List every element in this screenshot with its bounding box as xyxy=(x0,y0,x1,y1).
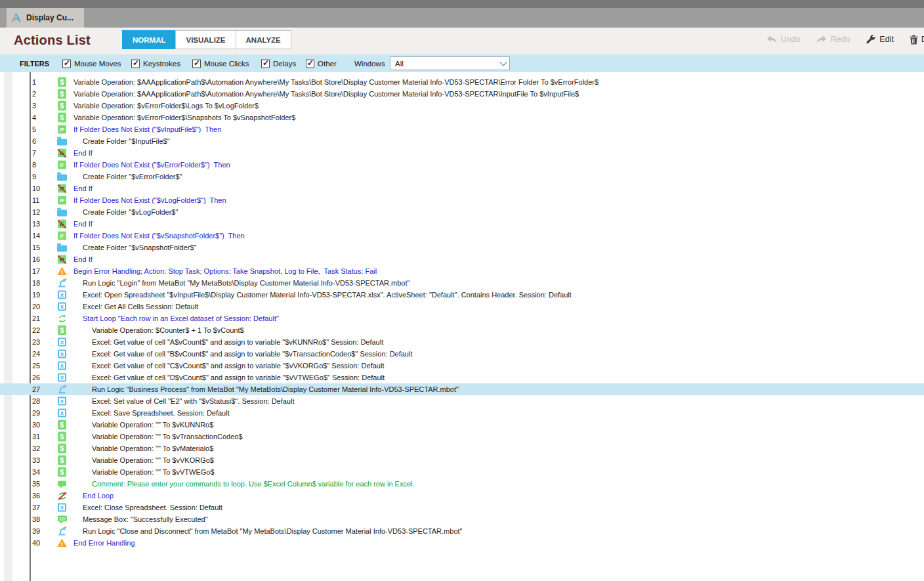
filter-other[interactable]: Other xyxy=(306,59,337,68)
action-row[interactable]: 8IFIf Folder Does Not Exist ("$vErrorFol… xyxy=(0,159,924,171)
action-row[interactable]: 24XExcel: Get value of cell "B$vCount$" … xyxy=(0,348,924,360)
action-row[interactable]: 33$Variable Operation: "" To $vVKORGo$ xyxy=(0,454,924,466)
action-text: Excel: Get value of cell "A$vCount$" and… xyxy=(92,338,383,346)
action-row[interactable]: 1$Variable Operation: $AAApplicationPath… xyxy=(0,76,924,88)
action-row[interactable]: 12Create Folder "$vLogFolder$" xyxy=(0,206,924,218)
row-number: 7 xyxy=(32,149,36,157)
window-tab-display-customer[interactable]: Display Cu... xyxy=(7,8,84,28)
action-row[interactable]: 19XExcel: Open Spreadsheet "$vInputFile$… xyxy=(0,289,924,301)
row-number: 27 xyxy=(32,385,40,393)
action-row[interactable]: 29XExcel: Save Spreadsheet. Session: Def… xyxy=(0,407,924,419)
wrench-icon xyxy=(866,34,876,45)
action-row[interactable]: 34$Variable Operation: "" To $vVTWEGo$ xyxy=(0,466,924,478)
action-row[interactable]: 36End Loop xyxy=(0,490,924,502)
action-text: Variable Operation: "" To $vVKORGo$ xyxy=(92,456,214,464)
delays-checkbox[interactable] xyxy=(261,59,270,68)
action-text: End If xyxy=(74,255,93,263)
action-row[interactable]: 11IFIf Folder Does Not Exist ("$vLogFold… xyxy=(0,194,924,206)
windows-filter-dropdown[interactable]: All xyxy=(390,56,510,70)
action-row[interactable]: 27Run Logic "Business Process" from Meta… xyxy=(0,383,924,395)
create-folder-icon xyxy=(56,207,68,218)
action-row[interactable]: 15Create Folder "$vSnapshotFolder$" xyxy=(0,242,924,253)
tab-analyze[interactable]: ANALYZE xyxy=(236,30,291,49)
window-top-strip xyxy=(0,0,924,8)
action-row[interactable]: 22$Variable Operation: $Counter$ + 1 To … xyxy=(0,324,924,336)
row-number: 21 xyxy=(32,314,40,322)
action-row[interactable]: 10IFEnd If xyxy=(0,183,924,194)
action-row[interactable]: 4$Variable Operation: $vErrorFolder$\Sna… xyxy=(0,112,924,123)
row-number: 25 xyxy=(32,362,40,370)
error-handling-icon: ! xyxy=(56,538,68,549)
action-row[interactable]: 28XExcel: Set value of Cell "E2" with "$… xyxy=(0,395,924,407)
action-text: Begin Error Handling; Action: Stop Task;… xyxy=(74,267,377,275)
variable-operation-icon: $ xyxy=(56,89,68,100)
undo-button[interactable]: Undo xyxy=(766,35,801,44)
action-text: Variable Operation: $Counter$ + 1 To $vC… xyxy=(92,326,244,334)
automation-anywhere-logo-icon xyxy=(10,12,22,24)
redo-icon xyxy=(816,35,827,44)
action-text: Run Logic "Close and Disconnect" from Me… xyxy=(83,527,462,535)
row-number: 3 xyxy=(32,102,36,110)
action-row[interactable]: 40!End Error Handling xyxy=(0,537,924,549)
row-number: 2 xyxy=(32,90,36,98)
create-folder-icon xyxy=(56,242,68,253)
action-row[interactable]: 23XExcel: Get value of cell "A$vCount$" … xyxy=(0,336,924,348)
action-row[interactable]: 38Message Box: "Successfully Executed" xyxy=(0,513,924,525)
filter-mouse-clicks[interactable]: Mouse Clicks xyxy=(192,59,249,68)
row-number: 36 xyxy=(32,492,40,500)
mouse-clicks-checkbox[interactable] xyxy=(192,59,201,68)
filter-mouse-moves[interactable]: Mouse Moves xyxy=(62,59,121,68)
row-number: 23 xyxy=(32,338,40,346)
action-row[interactable]: 16IFEnd If xyxy=(0,253,924,265)
action-row[interactable]: 21Start Loop "Each row in an Excel datas… xyxy=(0,312,924,324)
delete-button[interactable]: Delete xyxy=(910,35,924,45)
action-row[interactable]: 6Create Folder "$InputFile$" xyxy=(0,135,924,147)
edit-button[interactable]: Edit xyxy=(866,34,894,45)
action-row[interactable]: 26XExcel: Get value of cell "D$vCount$" … xyxy=(0,372,924,383)
action-row[interactable]: 9Create Folder "$vErrorFolder$" xyxy=(0,171,924,183)
undo-icon xyxy=(766,35,778,44)
action-row[interactable]: 31$Variable Operation: "" To $vTransacti… xyxy=(0,431,924,442)
action-text: Excel: Open Spreadsheet "$vInputFile$\Di… xyxy=(83,291,572,299)
action-text: Create Folder "$vErrorFolder$" xyxy=(83,173,182,181)
action-row[interactable]: 17!Begin Error Handling; Action: Stop Ta… xyxy=(0,265,924,277)
action-row[interactable]: 25XExcel: Get value of cell "C$vCount$" … xyxy=(0,360,924,372)
action-text: Excel: Get value of cell "B$vCount$" and… xyxy=(92,350,412,358)
action-row[interactable]: 32$Variable Operation: "" To $vMaterialo… xyxy=(0,442,924,454)
action-row[interactable]: 2$Variable Operation: $AAApplicationPath… xyxy=(0,88,924,100)
action-row[interactable]: 7IFEnd If xyxy=(0,147,924,159)
row-number: 30 xyxy=(32,421,40,429)
action-text: Variable Operation: $vErrorFolder$\Snaps… xyxy=(74,114,295,121)
trash-icon xyxy=(910,35,918,45)
action-row[interactable]: 14IFIf Folder Does Not Exist ("$vSnapsho… xyxy=(0,230,924,242)
end-loop-icon xyxy=(56,490,68,502)
filter-keystrokes[interactable]: Keystrokes xyxy=(131,59,180,68)
action-row[interactable]: 5IFIf Folder Does Not Exist ("$vInputFil… xyxy=(0,123,924,135)
redo-button[interactable]: Redo xyxy=(816,35,850,44)
action-row[interactable]: 20XExcel: Get All Cells Session: Default xyxy=(0,301,924,312)
filter-delays[interactable]: Delays xyxy=(261,59,296,68)
action-row[interactable]: 39Run Logic "Close and Disconnect" from … xyxy=(0,525,924,537)
action-text: Comment: Please enter your commands to l… xyxy=(92,480,415,488)
other-checkbox[interactable] xyxy=(306,59,314,68)
tab-visualize[interactable]: VISUALIZE xyxy=(175,30,236,49)
action-row[interactable]: 37XExcel: Close Spreadsheet. Session: De… xyxy=(0,502,924,513)
row-number: 33 xyxy=(32,456,40,464)
action-row[interactable]: 30$Variable Operation: "" To $vKUNNRo$ xyxy=(0,419,924,431)
row-number: 14 xyxy=(32,232,40,240)
action-text: Excel: Get All Cells Session: Default xyxy=(83,303,198,311)
row-number: 19 xyxy=(32,291,40,299)
row-number: 37 xyxy=(32,504,40,511)
keystrokes-checkbox[interactable] xyxy=(131,59,140,68)
action-row[interactable]: 13IFEnd If xyxy=(0,218,924,230)
windows-filter-value: All xyxy=(395,60,404,68)
mouse-moves-checkbox[interactable] xyxy=(62,59,71,68)
action-row[interactable]: 3$Variable Operation: $vErrorFolder$\Log… xyxy=(0,100,924,112)
end-if-icon: IF xyxy=(56,219,68,230)
tab-normal[interactable]: NORMAL xyxy=(122,30,176,49)
action-row[interactable]: 18Run Logic "Login" from MetaBot "My Met… xyxy=(0,277,924,289)
row-number: 4 xyxy=(32,114,36,121)
action-text: Variable Operation: "" To $vKUNNRo$ xyxy=(92,421,213,429)
variable-operation-icon: $ xyxy=(56,455,68,466)
action-row[interactable]: 35Comment: Please enter your commands to… xyxy=(0,478,924,490)
